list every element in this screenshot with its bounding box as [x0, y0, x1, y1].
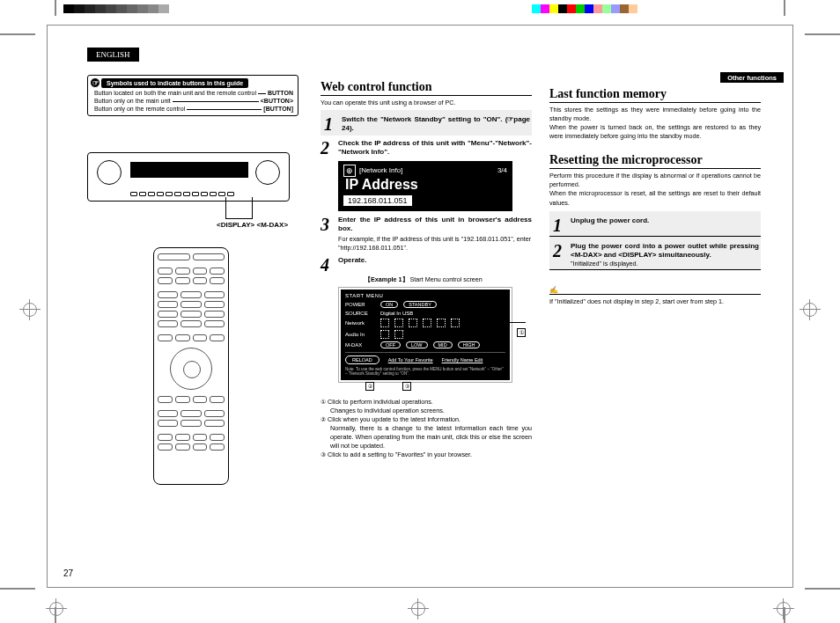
menu-low[interactable]: LOW — [406, 341, 428, 348]
step-2-text: Check the IP address of this unit with "… — [338, 139, 532, 158]
menu-audio-icon[interactable] — [380, 330, 389, 339]
reset-s2b: "Initialized" is displayed. — [571, 260, 759, 268]
step-1-box: 1Switch the "Network Standby" setting to… — [321, 110, 532, 136]
note-icon: ✍ — [549, 286, 761, 294]
menu-fav-link[interactable]: Add To Your Favorite — [388, 357, 433, 363]
sym-line — [258, 93, 266, 96]
step-num: 3 — [321, 216, 333, 234]
crop-mark — [784, 0, 785, 16]
leader-line — [225, 197, 226, 219]
color-bar — [532, 4, 637, 13]
last-p1: This stores the settings as they were im… — [549, 106, 761, 123]
network-icon: ⊕ — [343, 165, 356, 177]
symbols-box: ☞ Symbols used to indicate buttons in th… — [87, 75, 298, 116]
device-label: <DISPLAY> <M-DAX> — [217, 221, 288, 229]
menu-network-icon[interactable] — [394, 319, 403, 327]
leader-line — [225, 218, 252, 219]
registration-mark — [799, 299, 821, 320]
step-3-sub: For example, if the IP address of this u… — [338, 235, 532, 252]
device-knob — [97, 160, 122, 185]
reset-p2: When the microprocessor is reset, all th… — [549, 189, 761, 207]
device-display — [130, 162, 248, 178]
menu-mdax-lbl: M-DAX — [345, 342, 375, 348]
callout-3: ③ — [402, 382, 411, 391]
callout-line — [510, 322, 526, 323]
crop-mark — [0, 588, 35, 590]
menu-off[interactable]: OFF — [380, 341, 401, 348]
ip-display: ⊕[Network Info] 3/4 IP Address 192.168.0… — [338, 161, 512, 211]
step-3-text: Enter the IP address of this unit in bro… — [338, 216, 532, 234]
sym-row-l: Button only on the remote control — [94, 106, 185, 112]
reset-note: If "Initialized" does not display in ste… — [549, 297, 761, 306]
crop-mark — [805, 33, 840, 35]
menu-source-val: Digital In USB — [380, 311, 413, 316]
symbols-title-text: Symbols used to indicate buttons in this… — [107, 80, 243, 86]
menu-network-icon[interactable] — [423, 319, 431, 327]
callout-2: ② — [365, 382, 374, 391]
menu-network-icon[interactable] — [437, 319, 446, 327]
step-1-text: Switch the "Network Standby" setting to … — [342, 115, 530, 134]
registration-mark — [773, 598, 794, 619]
step-4-text: Operate. — [338, 256, 532, 274]
ip-hdr: [Network Info] — [359, 166, 402, 174]
heading-reset: Resetting the microprocessor — [549, 153, 761, 169]
sym-row-l: Button only on the main unit — [94, 98, 171, 104]
registration-mark — [19, 299, 41, 320]
remote-illustration — [153, 247, 229, 485]
step-num: 1 — [553, 216, 565, 234]
callout-1: ① — [517, 328, 526, 337]
registration-mark — [46, 598, 67, 619]
menu-network-icon[interactable] — [451, 319, 460, 327]
menu-mid[interactable]: MID — [433, 341, 453, 348]
col-center: Web control function You can operate thi… — [321, 80, 532, 459]
reset-s2: Plug the power cord into a power outlet … — [571, 242, 759, 260]
web-intro: You can operate this unit using a browse… — [321, 99, 532, 107]
heading-last: Last function memory — [549, 87, 761, 103]
device-knob — [255, 160, 280, 185]
reset-s1: Unplug the power cord. — [571, 216, 759, 234]
crop-mark — [0, 33, 35, 35]
step-num: 2 — [321, 139, 333, 158]
leader-line — [252, 197, 253, 219]
note-2a: ② Click when you update to the latest in… — [321, 415, 532, 424]
menu-source-lbl: SOURCE — [345, 311, 375, 316]
menu-network-lbl: Network — [345, 320, 375, 326]
ip-page: 3/4 — [497, 166, 507, 174]
menu-audio-lbl: Audio In — [345, 332, 375, 337]
grayscale-bar — [63, 4, 169, 13]
menu-fname-link[interactable]: Friendly Name Edit — [442, 357, 483, 363]
last-p2: When the power is turned back on, the se… — [549, 123, 761, 141]
menu-standby[interactable]: STANDBY — [403, 301, 437, 308]
menu-high[interactable]: HIGH — [458, 341, 481, 348]
page-number: 27 — [63, 568, 73, 578]
ip-value: 192.168.011.051 — [343, 195, 412, 206]
example-text: Start Menu control screen — [410, 275, 483, 283]
web-notes: ① Click to perform individual operations… — [321, 398, 532, 460]
menu-reload[interactable]: RELOAD — [345, 355, 379, 364]
ip-label: IP Address — [345, 177, 507, 193]
reset-p1: Perform this procedure if the display is… — [549, 172, 761, 189]
menu-on[interactable]: ON — [380, 301, 398, 308]
menu-note-text: To use the web control function, press t… — [345, 367, 504, 376]
menu-network-icon[interactable] — [409, 319, 417, 327]
registration-mark — [408, 598, 429, 619]
crop-mark — [55, 0, 56, 16]
menu-power-lbl: POWER — [345, 302, 375, 307]
symbols-title: ☞ Symbols used to indicate buttons in th… — [101, 78, 248, 88]
device-illustration — [87, 152, 290, 202]
language-tab: ENGLISH — [87, 48, 139, 62]
menu-network-icon[interactable] — [380, 319, 389, 327]
sym-line — [187, 109, 262, 112]
note-1a: ① Click to perform individual operations… — [321, 398, 532, 407]
sym-line — [173, 101, 259, 104]
page: ENGLISH Other functions ☞ Symbols used t… — [47, 25, 793, 588]
sym-row-l: Button located on both the main unit and… — [94, 90, 256, 96]
col-right: Last function memory This stores the set… — [549, 80, 761, 306]
menu-header: START MENU — [345, 293, 505, 298]
sym-row-r: <BUTTON> — [261, 98, 293, 104]
hand-icon: ☞ — [90, 77, 100, 88]
menu-audio-icon[interactable] — [394, 330, 403, 339]
note-2b: Normally, there is a change to the lates… — [330, 424, 532, 451]
menu-example: START MENU POWERONSTANDBY SOURCEDigital … — [338, 287, 512, 383]
note-3: ③ Click to add a setting to "Favorites" … — [321, 451, 532, 459]
